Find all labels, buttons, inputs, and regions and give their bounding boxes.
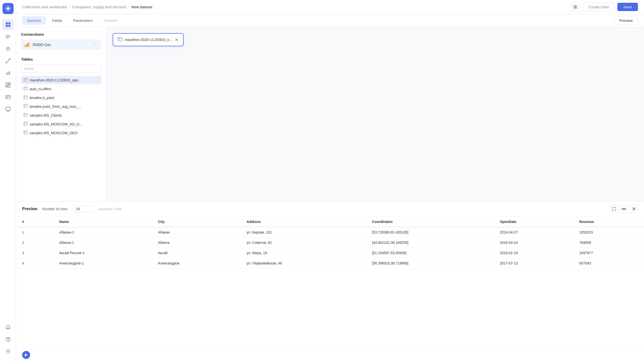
help-icon[interactable]: [3, 334, 14, 345]
settings-gear-button[interactable]: [571, 3, 580, 12]
tab-sources[interactable]: Sources: [22, 16, 46, 25]
svg-rect-22: [27, 43, 28, 47]
tables-list: marathon-2020-11.DODO_ope... auto_ru.off…: [21, 76, 101, 197]
main-area: Collections and workbooks / Companies: s…: [16, 0, 644, 362]
cell-name: Александров-1: [53, 258, 152, 268]
save-button[interactable]: Save: [617, 3, 638, 11]
svg-rect-28: [24, 113, 28, 117]
canvas-area: marathon-2020-11.DODO_o...: [107, 27, 644, 201]
connections-title: Connections: [21, 32, 101, 36]
cell-opendate: 2017-07-13: [494, 258, 573, 268]
table-grid-icon-2: [24, 87, 28, 91]
table-footer: [16, 348, 644, 362]
cell-name: Абакан-1: [53, 227, 152, 238]
table-grid-icon-7: [24, 131, 28, 135]
rows-label: Number of rows:: [42, 207, 68, 211]
table-search-input[interactable]: [21, 64, 101, 73]
table-name-4: breathe.point_5min_avg_mos_...: [30, 105, 81, 109]
table-name-6: samples.MS_MOSCOW_AO_G...: [30, 122, 82, 126]
node-close-button[interactable]: [175, 38, 179, 42]
resize-button[interactable]: [620, 205, 628, 213]
cell-num: 4: [16, 258, 53, 268]
play-button[interactable]: [22, 351, 30, 359]
breadcrumb-part2[interactable]: Companies: supply and demand: [72, 5, 126, 9]
table-item-4[interactable]: breathe.point_5min_avg_mos_...: [21, 102, 101, 111]
svg-point-18: [7, 351, 9, 352]
breadcrumb-sep1: /: [69, 5, 70, 9]
connection-bar-icon: [24, 42, 30, 48]
create-chart-button[interactable]: Create chart: [583, 3, 614, 11]
tab-parameters[interactable]: Parameters: [68, 16, 98, 25]
table-item-7[interactable]: samples.MS_MOSCOW_GEO: [21, 129, 101, 137]
svg-rect-31: [118, 37, 122, 41]
cell-coordinates: [53.726389,91.435165]: [366, 227, 494, 238]
sidebar-item-dashboards[interactable]: [3, 79, 14, 90]
preview-header: Preview Number of rows: maximum 1 000: [16, 201, 644, 217]
svg-rect-14: [6, 96, 10, 99]
cell-city: Абинск: [152, 238, 240, 248]
workspace: Connections DODO Con ···: [16, 27, 644, 201]
preview-button[interactable]: Preview: [614, 16, 638, 25]
tables-section: Tables marathon-2020-11.DODO_ope...: [16, 53, 106, 201]
table-item-5[interactable]: samples.MS_Clients: [21, 111, 101, 119]
svg-rect-12: [8, 85, 10, 87]
table-item-2[interactable]: auto_ru.offers: [21, 85, 101, 93]
cell-name: Аксай Россия-1: [53, 248, 152, 258]
sidebar-item-connections[interactable]: [3, 55, 14, 66]
table-body: 1Абакан-1Абаканул. Кирова, 101[53.726389…: [16, 227, 644, 268]
cell-num: 2: [16, 238, 53, 248]
breadcrumb-current: New dataset: [131, 5, 152, 9]
sidebar-item-apps[interactable]: [3, 19, 14, 30]
table-grid-icon: [24, 78, 28, 82]
table-item-1[interactable]: marathon-2020-11.DODO_ope...: [21, 76, 101, 84]
sidebar-item-datasets[interactable]: [3, 92, 14, 103]
tabs-row: Sources Fields Parameters Filtration Pre…: [16, 14, 644, 27]
col-header-coordinates: Coordinates: [366, 217, 494, 227]
col-header-city: City: [152, 217, 240, 227]
close-preview-button[interactable]: [630, 205, 638, 213]
tab-fields[interactable]: Fields: [47, 16, 67, 25]
rows-input[interactable]: [73, 205, 93, 212]
connection-more-button[interactable]: ···: [93, 41, 98, 48]
table-name-1: marathon-2020-11.DODO_ope...: [30, 78, 81, 82]
svg-point-0: [7, 8, 9, 9]
svg-rect-23: [28, 42, 29, 47]
settings-icon[interactable]: [3, 346, 14, 357]
breadcrumb-part1[interactable]: Collections and workbooks: [22, 5, 67, 9]
preview-section: Preview Number of rows: maximum 1 000: [16, 201, 644, 362]
sidebar-item-favorites[interactable]: [3, 43, 14, 54]
table-item-3[interactable]: breathe.d_point: [21, 94, 101, 102]
preview-actions: [610, 205, 638, 213]
svg-rect-4: [8, 25, 10, 27]
cell-opendate: 2014-04-27: [494, 227, 573, 238]
svg-rect-3: [6, 25, 8, 27]
table-name-5: samples.MS_Clients: [30, 113, 62, 117]
svg-point-19: [575, 6, 576, 8]
connection-item-dodo[interactable]: DODO Con ···: [21, 39, 101, 50]
cell-revenue: 784859: [573, 238, 644, 248]
table-item-6[interactable]: samples.MS_MOSCOW_AO_G...: [21, 120, 101, 128]
connections-section: Connections DODO Con ···: [16, 27, 106, 53]
col-header-revenue: Revenue: [573, 217, 644, 227]
top-header: Collections and workbooks / Companies: s…: [16, 0, 644, 14]
app-logo[interactable]: [3, 3, 14, 14]
cell-num: 3: [16, 248, 53, 258]
sidebar-item-monitor[interactable]: [3, 104, 14, 115]
cell-city: Аксай: [152, 248, 240, 258]
cell-revenue: 1052015: [573, 227, 644, 238]
sidebar-item-collections[interactable]: [3, 31, 14, 42]
cell-coordinates: [51.154557,53.00936]: [366, 248, 494, 258]
table-grid-icon-6: [24, 122, 28, 126]
bell-icon[interactable]: [3, 322, 14, 333]
breadcrumb: Collections and workbooks / Companies: s…: [22, 5, 567, 9]
expand-button[interactable]: [610, 205, 618, 213]
svg-rect-8: [8, 72, 8, 75]
table-grid-icon-4: [24, 104, 28, 109]
svg-rect-1: [6, 22, 8, 24]
rows-max: maximum 1 000: [98, 207, 122, 211]
cell-opendate: 2018-01-19: [494, 248, 573, 258]
node-table-icon: [118, 37, 122, 42]
cell-num: 1: [16, 227, 53, 238]
dataset-node[interactable]: marathon-2020-11.DODO_o...: [113, 33, 184, 46]
sidebar-item-analytics[interactable]: [3, 67, 14, 78]
